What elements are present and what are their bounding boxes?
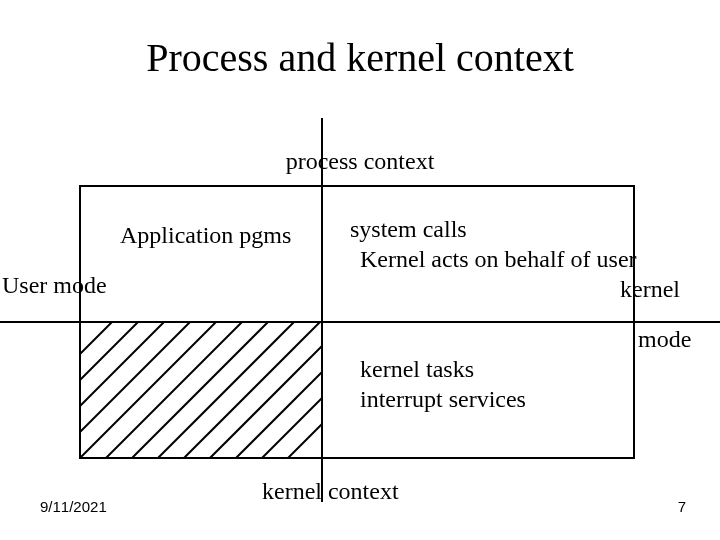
kernel-tasks-label: kernel tasks: [360, 356, 474, 383]
hatched-quadrant: [80, 322, 322, 458]
slide: Process and kernel context process conte…: [0, 0, 720, 540]
kernel-acts-label: Kernel acts on behalf of user: [360, 246, 637, 273]
user-mode-label: User mode: [2, 272, 107, 299]
svg-line-3: [158, 322, 294, 458]
mode-label: mode: [638, 326, 691, 353]
svg-line-8: [80, 322, 112, 354]
svg-line-0: [80, 322, 216, 458]
svg-line-2: [132, 322, 268, 458]
svg-line-7: [80, 322, 138, 380]
svg-line-4: [184, 322, 320, 458]
footer-date: 9/11/2021: [40, 498, 107, 515]
application-pgms-label: Application pgms: [120, 222, 291, 249]
interrupt-services-label: interrupt services: [360, 386, 526, 413]
kernel-context-label: kernel context: [262, 478, 399, 505]
svg-line-11: [262, 398, 322, 458]
svg-line-6: [80, 322, 164, 406]
svg-line-10: [236, 372, 322, 458]
kernel-label: kernel: [620, 276, 680, 303]
svg-line-1: [106, 322, 242, 458]
svg-line-12: [288, 424, 322, 458]
system-calls-label: system calls: [350, 216, 467, 243]
page-number: 7: [678, 498, 686, 515]
